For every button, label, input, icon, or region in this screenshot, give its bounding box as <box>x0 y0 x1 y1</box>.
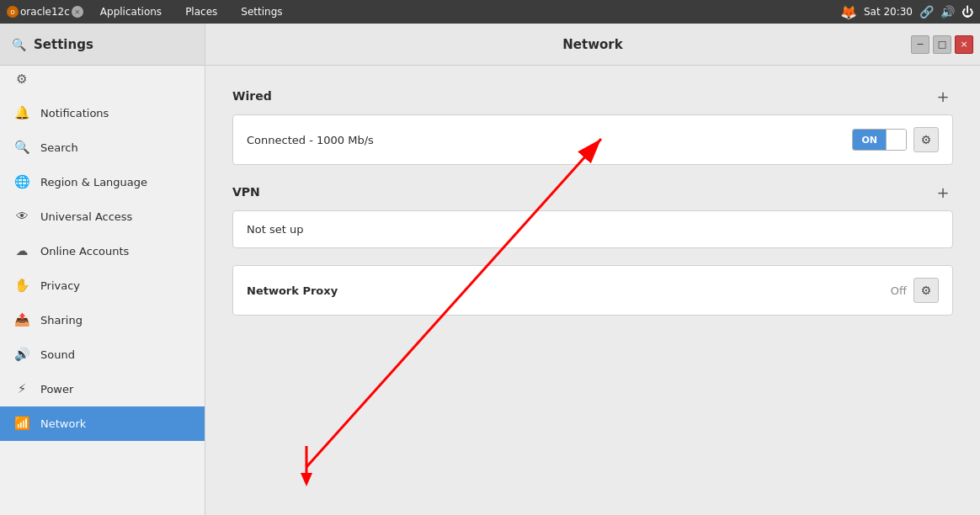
search-nav-icon: 🔍 <box>13 139 30 156</box>
sound-icon: 🔊 <box>13 346 30 363</box>
privacy-label: Privacy <box>40 279 80 292</box>
vpn-section: VPN + Not set up <box>232 182 953 248</box>
notifications-icon: 🔔 <box>13 104 30 121</box>
sound-label: Sound <box>40 348 75 361</box>
tab-close-btn[interactable]: × <box>72 6 83 18</box>
window-body: 🔍 Settings ⚙ 🔔 Notifications 🔍 Search <box>0 24 980 515</box>
proxy-title: Network Proxy <box>247 284 891 297</box>
power-icon-nav: ⚡ <box>13 380 30 397</box>
main-area: Network − □ × Wired + Conne <box>205 24 980 515</box>
universal-access-icon: 👁 <box>13 208 30 225</box>
universal-access-label: Universal Access <box>40 210 132 223</box>
sidebar-title: Settings <box>34 37 93 52</box>
sidebar-item-notifications[interactable]: 🔔 Notifications <box>0 96 205 130</box>
region-label: Region & Language <box>40 176 147 188</box>
partial-icon: ⚙ <box>13 71 30 88</box>
places-menu[interactable]: Places <box>178 4 224 19</box>
apps-menu[interactable]: Applications <box>93 4 168 19</box>
minimize-button[interactable]: − <box>911 35 929 54</box>
tab-favicon: o <box>7 6 19 18</box>
wired-section-header: Wired + <box>232 86 953 106</box>
toggle-on-label: ON <box>853 130 886 150</box>
tab-label: oracle12c <box>20 6 70 18</box>
sidebar-item-search[interactable]: 🔍 Search <box>0 130 205 165</box>
online-accounts-label: Online Accounts <box>40 245 129 258</box>
wired-title: Wired <box>232 89 272 103</box>
sidebar-item-sharing[interactable]: 📤 Sharing <box>0 303 205 337</box>
vpn-row: Not set up <box>233 211 952 247</box>
power-label: Power <box>40 383 73 396</box>
notifications-label: Notifications <box>40 107 109 119</box>
network-nav-icon: 📶 <box>13 415 30 432</box>
proxy-box: Network Proxy Off ⚙ <box>232 265 953 316</box>
vpn-add-button[interactable]: + <box>933 182 953 202</box>
proxy-section: Network Proxy Off ⚙ <box>232 265 953 316</box>
sidebar-item-online-accounts[interactable]: ☁ Online Accounts <box>0 234 205 268</box>
network-icon: 🔗 <box>919 5 934 19</box>
toggle-slider <box>886 130 906 150</box>
vpn-section-header: VPN + <box>232 182 953 202</box>
proxy-row: Network Proxy Off ⚙ <box>233 266 952 315</box>
wired-add-button[interactable]: + <box>933 86 953 106</box>
search-label: Search <box>40 141 78 154</box>
sidebar-item-power[interactable]: ⚡ Power <box>0 372 205 406</box>
sidebar-item-region[interactable]: 🌐 Region & Language <box>0 165 205 199</box>
wired-toggle[interactable]: ON <box>852 129 907 151</box>
proxy-gear-button[interactable]: ⚙ <box>913 278 939 303</box>
wired-status-label: Connected - 1000 Mb/s <box>247 134 852 146</box>
vpn-title: VPN <box>232 185 260 199</box>
sidebar-nav: ⚙ 🔔 Notifications 🔍 Search 🌐 Region & La… <box>0 66 205 515</box>
taskbar-left: o oracle12c × Applications Places Settin… <box>7 4 290 19</box>
main-content: Wired + Connected - 1000 Mb/s ON ⚙ <box>205 66 980 515</box>
sidebar-item-privacy[interactable]: ✋ Privacy <box>0 268 205 303</box>
network-label: Network <box>40 417 86 430</box>
wired-row: Connected - 1000 Mb/s ON ⚙ <box>233 115 952 164</box>
window-controls: − □ × <box>911 35 973 54</box>
main-header: Network − □ × <box>205 24 980 66</box>
maximize-button[interactable]: □ <box>933 35 951 54</box>
nav-item-partial: ⚙ <box>0 66 205 96</box>
svg-marker-3 <box>301 473 312 486</box>
app-menu: o oracle12c × <box>7 6 83 18</box>
volume-icon: 🔊 <box>940 5 955 19</box>
system-icon-avatar: 🦊 <box>840 4 857 20</box>
settings-menu[interactable]: Settings <box>234 4 289 19</box>
vpn-box: Not set up <box>232 210 953 248</box>
sidebar-item-universal-access[interactable]: 👁 Universal Access <box>0 199 205 234</box>
wired-gear-button[interactable]: ⚙ <box>913 127 939 152</box>
sidebar-item-network[interactable]: 📶 Network <box>0 406 205 441</box>
search-icon: 🔍 <box>10 36 27 53</box>
proxy-status: Off <box>891 284 907 297</box>
page-title: Network <box>562 37 622 52</box>
vpn-status-label: Not set up <box>247 223 939 236</box>
system-bar: o oracle12c × Applications Places Settin… <box>0 0 980 24</box>
wired-section: Wired + Connected - 1000 Mb/s ON ⚙ <box>232 86 953 165</box>
clock: Sat 20:30 <box>864 6 913 18</box>
wired-box: Connected - 1000 Mb/s ON ⚙ <box>232 114 953 165</box>
sharing-icon: 📤 <box>13 311 30 328</box>
sidebar: 🔍 Settings ⚙ 🔔 Notifications 🔍 Search <box>0 24 205 515</box>
sidebar-item-sound[interactable]: 🔊 Sound <box>0 337 205 372</box>
power-icon: ⏻ <box>961 5 973 19</box>
system-bar-right: 🦊 Sat 20:30 🔗 🔊 ⏻ <box>840 4 973 20</box>
sharing-label: Sharing <box>40 314 83 327</box>
privacy-icon: ✋ <box>13 277 30 294</box>
online-accounts-icon: ☁ <box>13 242 30 259</box>
region-icon: 🌐 <box>13 173 30 190</box>
close-button[interactable]: × <box>955 35 973 54</box>
settings-window: 🔍 Settings ⚙ 🔔 Notifications 🔍 Search <box>0 24 980 515</box>
sidebar-header: 🔍 Settings <box>0 24 205 66</box>
